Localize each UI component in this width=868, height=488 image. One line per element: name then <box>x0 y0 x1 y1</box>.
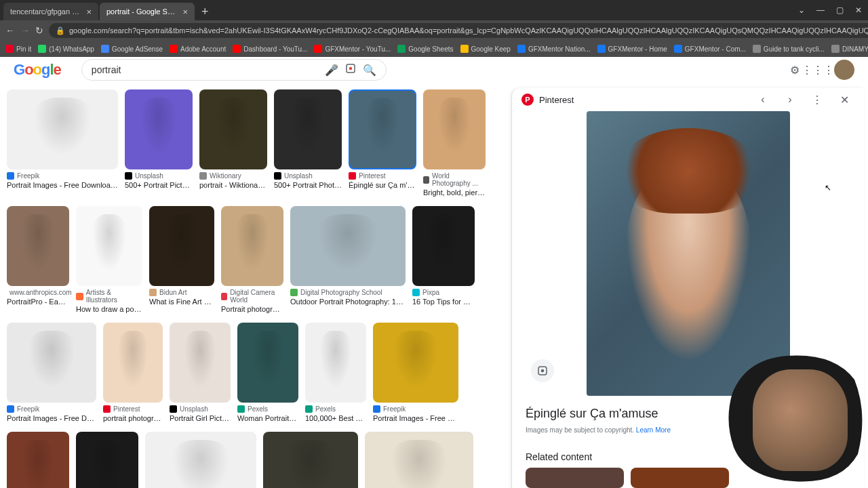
image-result[interactable]: Unsplash 500+ Portrait Photo... <box>274 89 342 197</box>
search-input[interactable] <box>92 64 319 75</box>
preview-more-icon[interactable]: ⋮ <box>807 89 827 110</box>
google-logo[interactable]: Google <box>14 61 61 79</box>
result-title: How to draw a portr... <box>76 305 142 313</box>
close-tab-icon[interactable]: × <box>182 7 188 17</box>
back-button[interactable]: ← <box>5 25 15 36</box>
image-result[interactable]: Pexels Woman Portrait Ph... <box>237 323 298 422</box>
new-tab-button[interactable]: + <box>196 3 214 20</box>
account-avatar[interactable] <box>834 60 854 80</box>
result-thumbnail[interactable] <box>7 323 96 403</box>
result-thumbnail[interactable] <box>412 206 475 286</box>
address-bar[interactable]: 🔒 google.com/search?q=portrait&tbm=isch&… <box>49 23 868 38</box>
bookmark-item[interactable]: DINAMYTE <box>831 45 868 53</box>
apps-grid-icon[interactable]: ⋮⋮⋮ <box>811 63 825 77</box>
result-thumbnail[interactable] <box>290 206 406 286</box>
close-tab-icon[interactable]: × <box>86 7 92 17</box>
bookmark-item[interactable]: GFXMentor Nation... <box>517 45 591 53</box>
image-result[interactable]: Freepik Portrait Images - Free Down... <box>373 323 458 422</box>
image-result[interactable]: Pexels <box>263 432 358 488</box>
search-icon[interactable]: 🔍 <box>363 64 376 77</box>
chevron-down-icon[interactable]: ⌄ <box>792 0 811 20</box>
image-result[interactable]: Pinterest portrait photograph... <box>103 323 163 422</box>
image-result[interactable]: Freepik Portrait Images - Free Download … <box>7 89 118 197</box>
related-image-thumb[interactable] <box>631 468 729 488</box>
result-source-label: Unsplash <box>135 172 163 180</box>
result-thumbnail[interactable] <box>7 206 69 286</box>
result-thumbnail[interactable] <box>423 89 486 169</box>
image-result[interactable]: Digital Camera World Portrait photograph… <box>221 206 283 313</box>
image-result[interactable]: Artists & Illustrators How to draw a por… <box>76 206 142 313</box>
image-result[interactable]: Pixpa 16 Top Tips for Port... <box>412 206 475 313</box>
forward-button[interactable]: → <box>20 25 30 36</box>
image-result[interactable]: www.anthropics.com PortraitPro - Easy P.… <box>7 206 69 313</box>
bookmark-item[interactable]: Google AdSense <box>101 45 163 53</box>
image-result[interactable]: Pinterest Épinglé sur Ça m'a... <box>349 89 416 197</box>
maximize-window-button[interactable]: ▢ <box>830 0 849 20</box>
result-thumbnail[interactable] <box>7 432 69 488</box>
google-lens-button[interactable] <box>531 359 554 382</box>
preview-next-button[interactable]: › <box>780 89 800 110</box>
result-source: Freepik <box>373 405 458 413</box>
bookmark-item[interactable]: Dashboard - YouTu... <box>233 45 307 53</box>
image-result[interactable]: Digital Photography School Outdoor Portr… <box>290 206 406 313</box>
lens-search-icon[interactable] <box>344 62 357 77</box>
result-thumbnail[interactable] <box>365 432 473 488</box>
result-thumbnail[interactable] <box>7 89 118 169</box>
result-thumbnail[interactable] <box>170 323 231 403</box>
preview-prev-button[interactable]: ‹ <box>753 89 773 110</box>
result-thumbnail[interactable] <box>199 89 267 169</box>
image-result[interactable]: World Photography ... Bright, bold, pier… <box>423 89 486 197</box>
bookmark-item[interactable]: Google Keep <box>460 45 511 53</box>
learn-more-link[interactable]: Learn More <box>636 426 671 434</box>
bookmark-item[interactable]: GFXMentor - Home <box>597 45 667 53</box>
image-result[interactable]: Freepik Portrait Images - Free Downl... <box>7 323 96 422</box>
bookmark-item[interactable]: Google Sheets <box>397 45 453 53</box>
bookmark-item[interactable]: Adobe Account <box>170 45 226 53</box>
result-title: Bright, bold, piercin... <box>423 188 486 197</box>
result-thumbnail[interactable] <box>221 206 283 286</box>
settings-gear-icon[interactable]: ⚙ <box>788 63 802 77</box>
image-result[interactable]: Wiktionary portrait - Wiktionary, ... <box>199 89 267 197</box>
bookmark-label: Google Sheets <box>408 45 453 53</box>
image-result[interactable]: The New Yorker <box>145 432 256 488</box>
image-result[interactable]: Unsplash 500+ Portrait Pictures... <box>125 89 193 197</box>
result-thumbnail[interactable] <box>103 323 163 403</box>
result-source: World Photography ... <box>423 172 486 187</box>
preview-source[interactable]: P Pinterest <box>521 94 746 106</box>
result-thumbnail[interactable] <box>149 206 214 286</box>
result-thumbnail[interactable] <box>349 89 416 169</box>
close-window-button[interactable]: ✕ <box>849 0 868 20</box>
result-title: 500+ Portrait Photo... <box>274 181 342 189</box>
bookmark-favicon-icon <box>233 45 241 53</box>
voice-search-icon[interactable]: 🎤 <box>325 64 338 77</box>
bookmark-item[interactable]: GFXMentor - Com... <box>674 45 746 53</box>
bookmark-item[interactable]: Guide to tank cycli... <box>753 45 825 53</box>
result-thumbnail[interactable] <box>237 323 298 403</box>
browser-tab-1[interactable]: portrait - Google Search × <box>100 3 195 20</box>
preview-close-button[interactable]: ✕ <box>834 89 854 110</box>
bookmark-item[interactable]: (14) WhatsApp <box>38 45 94 53</box>
result-thumbnail[interactable] <box>145 432 256 488</box>
result-thumbnail[interactable] <box>274 89 342 169</box>
result-thumbnail[interactable] <box>125 89 193 169</box>
result-thumbnail[interactable] <box>76 432 138 488</box>
result-thumbnail[interactable] <box>373 323 458 403</box>
image-result[interactable]: Expert Photography <box>76 432 138 488</box>
reload-button[interactable]: ↻ <box>35 25 43 36</box>
image-result[interactable]: Bidun Art <box>365 432 473 488</box>
result-thumbnail[interactable] <box>263 432 358 488</box>
result-thumbnail[interactable] <box>76 206 142 286</box>
preview-header: P Pinterest ‹ › ⋮ ✕ <box>512 88 864 111</box>
image-result[interactable]: Bidun Art What is Fine Art Po... <box>149 206 214 313</box>
related-image-thumb[interactable] <box>526 468 624 488</box>
image-result[interactable]: Icon Photography S... <box>7 432 69 488</box>
image-result[interactable]: Unsplash Portrait Girl Picture... <box>170 323 231 422</box>
result-thumbnail[interactable] <box>305 323 366 403</box>
bookmark-item[interactable]: GFXMentor - YouTu... <box>314 45 391 53</box>
browser-tab-0[interactable]: tencentarc/gfpgan – Run with an... × <box>3 3 98 20</box>
search-box[interactable]: 🎤 🔍 <box>81 59 387 81</box>
minimize-window-button[interactable]: — <box>811 0 830 20</box>
preview-image[interactable] <box>587 111 790 396</box>
bookmark-item[interactable]: Pin it <box>5 45 31 53</box>
image-result[interactable]: Pexels 100,000+ Best Portr... <box>305 323 366 422</box>
